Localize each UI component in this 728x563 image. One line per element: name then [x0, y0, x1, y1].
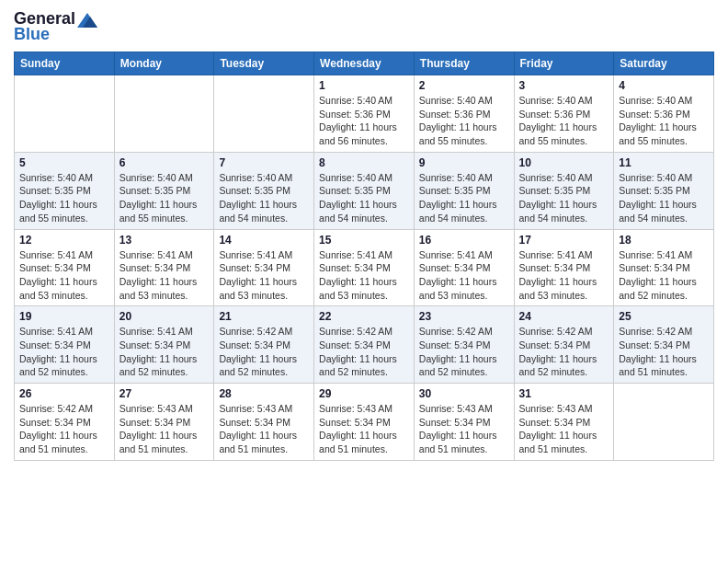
- day-info: Sunrise: 5:42 AM Sunset: 5:34 PM Dayligh…: [219, 325, 309, 379]
- day-number: 28: [219, 387, 309, 400]
- day-number: 15: [319, 234, 409, 247]
- logo-icon: [77, 13, 97, 28]
- page-header: General Blue: [14, 9, 714, 44]
- day-info: Sunrise: 5:40 AM Sunset: 5:35 PM Dayligh…: [319, 171, 409, 225]
- calendar-cell: 16Sunrise: 5:41 AM Sunset: 5:34 PM Dayli…: [414, 229, 514, 306]
- day-number: 31: [519, 387, 609, 400]
- logo-blue-text: Blue: [14, 25, 50, 44]
- day-info: Sunrise: 5:43 AM Sunset: 5:34 PM Dayligh…: [319, 402, 409, 456]
- calendar-cell: 17Sunrise: 5:41 AM Sunset: 5:34 PM Dayli…: [514, 229, 614, 306]
- column-header-tuesday: Tuesday: [214, 52, 314, 75]
- calendar-week-row: 26Sunrise: 5:42 AM Sunset: 5:34 PM Dayli…: [15, 384, 714, 461]
- day-number: 7: [219, 156, 309, 169]
- day-number: 19: [19, 310, 109, 323]
- calendar-cell: 2Sunrise: 5:40 AM Sunset: 5:36 PM Daylig…: [414, 75, 514, 153]
- day-info: Sunrise: 5:43 AM Sunset: 5:34 PM Dayligh…: [419, 402, 509, 456]
- day-info: Sunrise: 5:40 AM Sunset: 5:36 PM Dayligh…: [319, 94, 409, 148]
- calendar-cell: 26Sunrise: 5:42 AM Sunset: 5:34 PM Dayli…: [15, 384, 115, 461]
- calendar-cell: [114, 75, 214, 153]
- calendar-cell: 29Sunrise: 5:43 AM Sunset: 5:34 PM Dayli…: [314, 384, 415, 461]
- calendar-cell: 3Sunrise: 5:40 AM Sunset: 5:36 PM Daylig…: [514, 75, 614, 153]
- day-number: 22: [319, 310, 409, 323]
- calendar-week-row: 12Sunrise: 5:41 AM Sunset: 5:34 PM Dayli…: [15, 229, 714, 306]
- calendar-cell: 27Sunrise: 5:43 AM Sunset: 5:34 PM Dayli…: [114, 384, 214, 461]
- day-number: 24: [519, 310, 609, 323]
- day-number: 9: [419, 156, 509, 169]
- calendar-cell: 10Sunrise: 5:40 AM Sunset: 5:35 PM Dayli…: [514, 152, 614, 229]
- day-info: Sunrise: 5:41 AM Sunset: 5:34 PM Dayligh…: [519, 248, 609, 303]
- day-info: Sunrise: 5:42 AM Sunset: 5:34 PM Dayligh…: [619, 325, 709, 379]
- day-info: Sunrise: 5:42 AM Sunset: 5:34 PM Dayligh…: [419, 325, 509, 379]
- day-number: 16: [419, 234, 509, 247]
- day-info: Sunrise: 5:41 AM Sunset: 5:34 PM Dayligh…: [419, 248, 509, 303]
- day-info: Sunrise: 5:41 AM Sunset: 5:34 PM Dayligh…: [319, 248, 409, 303]
- day-info: Sunrise: 5:40 AM Sunset: 5:35 PM Dayligh…: [219, 171, 309, 225]
- day-info: Sunrise: 5:42 AM Sunset: 5:34 PM Dayligh…: [519, 325, 609, 379]
- calendar-cell: 31Sunrise: 5:43 AM Sunset: 5:34 PM Dayli…: [514, 384, 614, 461]
- day-info: Sunrise: 5:40 AM Sunset: 5:35 PM Dayligh…: [19, 171, 109, 225]
- calendar-week-row: 1Sunrise: 5:40 AM Sunset: 5:36 PM Daylig…: [15, 75, 714, 153]
- day-number: 27: [119, 387, 210, 400]
- day-info: Sunrise: 5:40 AM Sunset: 5:35 PM Dayligh…: [419, 171, 509, 225]
- day-number: 13: [119, 234, 210, 247]
- day-number: 18: [619, 234, 709, 247]
- day-info: Sunrise: 5:41 AM Sunset: 5:34 PM Dayligh…: [19, 248, 109, 303]
- calendar-cell: 22Sunrise: 5:42 AM Sunset: 5:34 PM Dayli…: [314, 306, 415, 384]
- calendar-cell: 15Sunrise: 5:41 AM Sunset: 5:34 PM Dayli…: [314, 229, 415, 306]
- day-info: Sunrise: 5:43 AM Sunset: 5:34 PM Dayligh…: [219, 402, 309, 456]
- day-info: Sunrise: 5:43 AM Sunset: 5:34 PM Dayligh…: [119, 402, 210, 456]
- calendar-cell: 18Sunrise: 5:41 AM Sunset: 5:34 PM Dayli…: [614, 229, 714, 306]
- day-number: 23: [419, 310, 509, 323]
- calendar-week-row: 5Sunrise: 5:40 AM Sunset: 5:35 PM Daylig…: [15, 152, 714, 229]
- column-header-wednesday: Wednesday: [314, 52, 415, 75]
- day-info: Sunrise: 5:43 AM Sunset: 5:34 PM Dayligh…: [519, 402, 609, 456]
- calendar-cell: 23Sunrise: 5:42 AM Sunset: 5:34 PM Dayli…: [414, 306, 514, 384]
- day-number: 14: [219, 234, 309, 247]
- day-number: 3: [519, 79, 609, 92]
- day-info: Sunrise: 5:41 AM Sunset: 5:34 PM Dayligh…: [119, 248, 210, 303]
- column-header-friday: Friday: [514, 52, 614, 75]
- day-number: 6: [119, 156, 210, 169]
- calendar-cell: 1Sunrise: 5:40 AM Sunset: 5:36 PM Daylig…: [314, 75, 415, 153]
- column-header-sunday: Sunday: [15, 52, 115, 75]
- column-header-monday: Monday: [114, 52, 214, 75]
- calendar-cell: [614, 384, 714, 461]
- calendar-cell: 4Sunrise: 5:40 AM Sunset: 5:36 PM Daylig…: [614, 75, 714, 153]
- day-number: 2: [419, 79, 509, 92]
- day-number: 11: [619, 156, 709, 169]
- day-number: 21: [219, 310, 309, 323]
- day-info: Sunrise: 5:42 AM Sunset: 5:34 PM Dayligh…: [19, 402, 109, 456]
- column-header-thursday: Thursday: [414, 52, 514, 75]
- calendar-cell: [214, 75, 314, 153]
- day-info: Sunrise: 5:41 AM Sunset: 5:34 PM Dayligh…: [219, 248, 309, 303]
- day-info: Sunrise: 5:40 AM Sunset: 5:35 PM Dayligh…: [119, 171, 210, 225]
- day-number: 12: [19, 234, 109, 247]
- calendar-header-row: SundayMondayTuesdayWednesdayThursdayFrid…: [15, 52, 714, 75]
- calendar-cell: 30Sunrise: 5:43 AM Sunset: 5:34 PM Dayli…: [414, 384, 514, 461]
- day-info: Sunrise: 5:41 AM Sunset: 5:34 PM Dayligh…: [619, 248, 709, 303]
- calendar-cell: 5Sunrise: 5:40 AM Sunset: 5:35 PM Daylig…: [15, 152, 115, 229]
- column-header-saturday: Saturday: [614, 52, 714, 75]
- calendar-cell: 9Sunrise: 5:40 AM Sunset: 5:35 PM Daylig…: [414, 152, 514, 229]
- day-number: 30: [419, 387, 509, 400]
- day-number: 17: [519, 234, 609, 247]
- day-info: Sunrise: 5:40 AM Sunset: 5:35 PM Dayligh…: [519, 171, 609, 225]
- day-info: Sunrise: 5:42 AM Sunset: 5:34 PM Dayligh…: [319, 325, 409, 379]
- day-number: 10: [519, 156, 609, 169]
- calendar-cell: 28Sunrise: 5:43 AM Sunset: 5:34 PM Dayli…: [214, 384, 314, 461]
- calendar-cell: 8Sunrise: 5:40 AM Sunset: 5:35 PM Daylig…: [314, 152, 415, 229]
- day-number: 25: [619, 310, 709, 323]
- day-info: Sunrise: 5:41 AM Sunset: 5:34 PM Dayligh…: [19, 325, 109, 379]
- calendar-cell: 13Sunrise: 5:41 AM Sunset: 5:34 PM Dayli…: [114, 229, 214, 306]
- calendar-cell: 14Sunrise: 5:41 AM Sunset: 5:34 PM Dayli…: [214, 229, 314, 306]
- day-number: 8: [319, 156, 409, 169]
- day-info: Sunrise: 5:41 AM Sunset: 5:34 PM Dayligh…: [119, 325, 210, 379]
- day-info: Sunrise: 5:40 AM Sunset: 5:36 PM Dayligh…: [419, 94, 509, 148]
- calendar-cell: 24Sunrise: 5:42 AM Sunset: 5:34 PM Dayli…: [514, 306, 614, 384]
- calendar-cell: 11Sunrise: 5:40 AM Sunset: 5:35 PM Dayli…: [614, 152, 714, 229]
- calendar-cell: 25Sunrise: 5:42 AM Sunset: 5:34 PM Dayli…: [614, 306, 714, 384]
- calendar-cell: 20Sunrise: 5:41 AM Sunset: 5:34 PM Dayli…: [114, 306, 214, 384]
- day-number: 4: [619, 79, 709, 92]
- day-info: Sunrise: 5:40 AM Sunset: 5:36 PM Dayligh…: [519, 94, 609, 148]
- calendar-table: SundayMondayTuesdayWednesdayThursdayFrid…: [14, 52, 714, 461]
